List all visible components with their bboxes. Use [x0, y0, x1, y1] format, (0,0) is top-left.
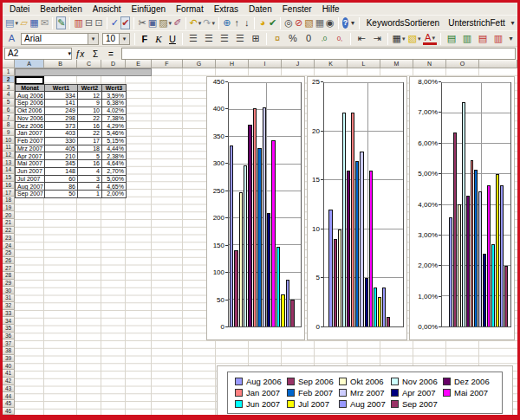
cut-icon[interactable]: ✂	[138, 16, 146, 29]
row-header-46[interactable]: 46	[3, 408, 15, 416]
toolbar-options-icon[interactable]: ▾	[350, 16, 354, 29]
format-paintbrush-icon[interactable]: ✐	[173, 16, 181, 29]
menu-ansicht[interactable]: Ansicht	[88, 4, 127, 14]
table-cell[interactable]: 4,65%	[102, 183, 127, 191]
menu-fenster[interactable]: Fenster	[277, 4, 317, 14]
delete-row-icon[interactable]: ▤	[476, 32, 490, 45]
sort-descending-icon[interactable]: ↓	[243, 16, 250, 29]
table-cell[interactable]: Jan 2007	[16, 130, 45, 138]
merge-cells-icon[interactable]: ⊞	[249, 32, 263, 45]
menu-einfgen[interactable]: Einfügen	[127, 4, 171, 14]
row-header-32[interactable]: 32	[3, 302, 15, 310]
column-header-A[interactable]: A	[15, 60, 44, 68]
row-header-34[interactable]: 34	[3, 317, 15, 325]
table-cell[interactable]: 345	[45, 160, 78, 168]
table-header-cell[interactable]: Wert3	[102, 84, 127, 92]
row-header-36[interactable]: 36	[3, 333, 15, 340]
column-header-H[interactable]: H	[216, 60, 249, 68]
row-header-7[interactable]: 7	[3, 113, 15, 121]
cell-grid[interactable]: MonatWert1Wert2Wert3Aug 2006334123,59%Se…	[15, 68, 517, 415]
undo-icon[interactable]: ↶▾	[190, 16, 202, 29]
function-wizard-button[interactable]: ƒx	[73, 48, 87, 60]
column-header-K[interactable]: K	[315, 60, 348, 68]
redo-icon[interactable]: ↷▾	[203, 16, 215, 29]
table-cell[interactable]: 2,00%	[102, 191, 127, 198]
dropdown-arrow-icon[interactable]: ▾	[68, 48, 71, 59]
row-header-37[interactable]: 37	[3, 339, 15, 347]
row-header-21[interactable]: 21	[3, 219, 15, 227]
column-header-O[interactable]: O	[446, 60, 479, 68]
table-cell[interactable]: 3,59%	[102, 92, 127, 100]
column-header-E[interactable]: E	[126, 60, 152, 68]
table-cell[interactable]: 249	[45, 107, 78, 114]
table-cell[interactable]: 5,00%	[102, 175, 127, 183]
row-header-33[interactable]: 33	[3, 310, 15, 318]
custom-button-unterstrichfett[interactable]: UnterstrichFett	[444, 18, 510, 28]
chart-wert2[interactable]: 0510152025	[307, 76, 407, 340]
table-cell[interactable]: 5,15%	[102, 137, 127, 145]
percent-format-icon[interactable]: %	[286, 32, 300, 45]
table-cell[interactable]: 5,46%	[102, 130, 127, 138]
row-header-24[interactable]: 24	[3, 242, 15, 249]
table-cell[interactable]: 86	[45, 183, 78, 191]
table-cell[interactable]: 22	[78, 130, 102, 138]
help-icon[interactable]: ?	[342, 17, 349, 29]
bold-button[interactable]: F	[139, 32, 151, 45]
table-cell[interactable]: 16	[78, 160, 102, 168]
table-cell[interactable]: 9	[78, 100, 102, 107]
page-preview-icon[interactable]: ⊡	[94, 16, 102, 29]
table-cell[interactable]: 405	[45, 145, 78, 152]
row-header-44[interactable]: 44	[3, 392, 15, 400]
row-header-16[interactable]: 16	[3, 182, 15, 190]
email-document-icon[interactable]: ✉	[41, 16, 49, 29]
chart-legend[interactable]: Aug 2006Sep 2006Okt 2006Nov 2006Dez 2006…	[217, 365, 513, 415]
table-cell[interactable]: Jul 2007	[16, 175, 45, 183]
row-header-43[interactable]: 43	[3, 385, 15, 393]
insert-column-icon[interactable]: ▥	[460, 32, 474, 45]
font-size-combobox[interactable]: 10 ▾	[102, 33, 130, 45]
align-center-icon[interactable]: ☰	[202, 32, 216, 45]
formula-button[interactable]: =	[104, 48, 118, 60]
row-header-28[interactable]: 28	[3, 272, 15, 280]
spellcheck-icon[interactable]: ✓	[111, 16, 119, 29]
table-cell[interactable]: 373	[45, 122, 78, 130]
table-cell[interactable]: 5	[78, 152, 102, 160]
table-cell[interactable]: Dez 2006	[16, 122, 45, 130]
row-header-42[interactable]: 42	[3, 378, 15, 385]
edit-file-icon[interactable]: ✎	[56, 16, 66, 29]
table-header-cell[interactable]: Monat	[16, 84, 45, 92]
column-header-M[interactable]: M	[380, 60, 413, 68]
column-header-I[interactable]: I	[249, 60, 282, 68]
column-header-J[interactable]: J	[282, 60, 315, 68]
copy-icon[interactable]: ▣	[148, 16, 157, 29]
navigator-icon[interactable]: ⊘	[295, 16, 302, 29]
formatted-range-a1e1[interactable]	[15, 68, 152, 76]
menu-format[interactable]: Format	[171, 4, 209, 14]
decrease-indent-icon[interactable]: ⇤	[354, 32, 368, 45]
dropdown-arrow-icon[interactable]: ▾	[212, 20, 216, 26]
row-header-40[interactable]: 40	[3, 362, 15, 370]
table-cell[interactable]: 2,70%	[102, 167, 127, 175]
autoinput-check-icon[interactable]: ✔	[269, 16, 276, 29]
dropdown-arrow-icon[interactable]: ▾	[119, 34, 129, 44]
dropdown-arrow-icon[interactable]: ▾	[15, 20, 18, 26]
row-header-25[interactable]: 25	[3, 249, 15, 257]
table-cell[interactable]: 18	[78, 145, 102, 152]
table-cell[interactable]: Aug 2007	[16, 183, 45, 191]
row-header-19[interactable]: 19	[3, 204, 15, 212]
row-header-27[interactable]: 27	[3, 264, 15, 272]
table-cell[interactable]: 2,38%	[102, 152, 127, 160]
table-cell[interactable]: 16	[78, 122, 102, 130]
select-all-corner[interactable]	[3, 60, 15, 68]
row-header-9[interactable]: 9	[3, 129, 15, 137]
menu-hilfe[interactable]: Hilfe	[317, 4, 345, 14]
gallery-icon[interactable]: ▧	[304, 16, 313, 29]
find-replace-icon[interactable]: ◎	[284, 16, 293, 29]
zoom-icon[interactable]: ◉	[326, 16, 335, 29]
font-color-icon[interactable]: A▾	[423, 32, 437, 45]
dropdown-arrow-icon[interactable]: ▾	[169, 20, 172, 26]
row-header-2[interactable]: 2	[3, 76, 15, 84]
table-cell[interactable]: Sep 2007	[16, 191, 45, 198]
new-document-icon[interactable]: ▤▾	[5, 16, 18, 29]
column-header-D[interactable]: D	[101, 60, 126, 68]
